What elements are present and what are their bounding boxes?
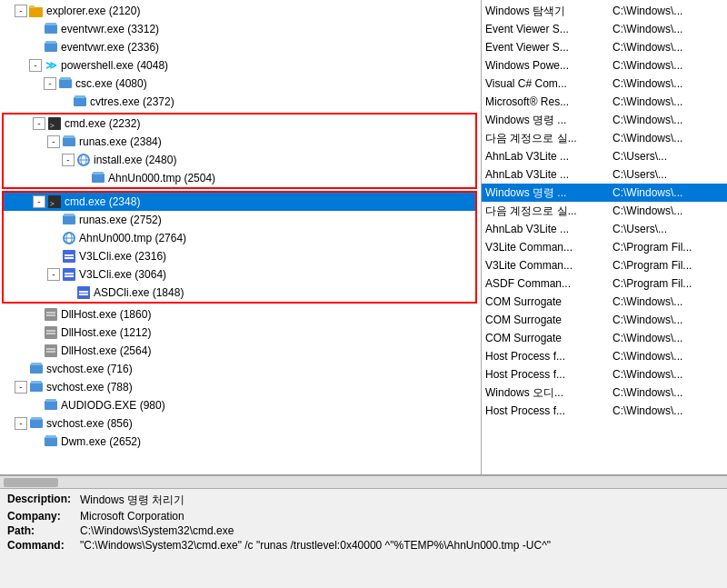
cmd-value: "C:\Windows\System32\cmd.exe" /c "runas … [80,539,551,552]
tree-item-text: csc.exe (4080) [75,75,147,92]
right-row-path: C:\Windows\... [612,94,682,110]
tree-item[interactable]: Dwm.exe (2652) [0,433,481,451]
tree-item[interactable]: ASDCli.exe (1848) [4,284,475,302]
svg-rect-0 [29,7,43,17]
svg-rect-26 [65,273,74,274]
tree-item[interactable]: cvtres.exe (2372) [0,93,481,111]
tree-item-text: ASDCli.exe (1848) [94,284,184,301]
right-row[interactable]: Windows Powe...C:\Windows\... [482,56,727,75]
tree-expander[interactable]: - [15,5,27,17]
tree-item[interactable]: -cmd.exe (2232) [4,115,475,133]
graybox-icon [44,325,58,340]
right-row-desc: COM Surrogate [485,330,612,346]
tree-item[interactable]: eventvwr.exe (3312) [0,20,481,38]
right-row[interactable]: V3Lite Comman...C:\Program Fil... [482,256,727,274]
right-row[interactable]: AhnLab V3Lite ...C:\Users\... [482,220,727,238]
tree-item[interactable]: -runas.exe (2384) [4,133,475,151]
right-row-desc: AhnLab V3Lite ... [485,221,612,237]
right-row[interactable]: Windows 명령 ...C:\Windows\... [482,184,727,202]
svg-rect-23 [65,254,74,256]
svg-rect-8 [74,97,86,106]
right-row[interactable]: 다음 계정으로 실...C:\Windows\... [482,202,727,220]
tree-item-text: cmd.exe (2348) [65,194,140,210]
right-row[interactable]: ASDF Comman...C:\Program Fil... [482,274,727,293]
svg-rect-7 [60,77,71,80]
right-row[interactable]: Microsoft® Res...C:\Windows\... [482,93,727,111]
svg-rect-5 [45,41,56,44]
tree-expander[interactable]: - [47,135,60,148]
right-row-path: C:\Windows\... [612,203,682,219]
right-row[interactable]: 다음 계정으로 실...C:\Windows\... [482,129,727,147]
tree-item[interactable]: -svchost.exe (856) [0,414,481,433]
tree-item[interactable]: DllHost.exe (1212) [0,324,481,342]
tree-item[interactable]: -V3LCli.exe (3064) [4,265,475,284]
process-tree-pane[interactable]: -explorer.exe (2120)eventvwr.exe (3312)e… [0,0,482,474]
tree-item[interactable]: -explorer.exe (2120) [0,2,481,20]
right-row[interactable]: Windows 탐색기C:\Windows\... [482,2,727,20]
right-row-path: C:\Windows\... [612,294,682,310]
tree-item[interactable]: svchost.exe (716) [0,360,481,378]
tree-item[interactable]: -install.exe (2480) [4,151,475,169]
tree-item[interactable]: DllHost.exe (1860) [0,305,481,324]
red-box-1: -cmd.exe (2232)-runas.exe (2384)-install… [2,113,477,189]
svg-rect-35 [46,330,55,332]
right-row[interactable]: Event Viewer S...C:\Windows\... [482,38,727,56]
tree-item[interactable]: runas.exe (2752) [4,211,475,229]
right-row[interactable]: Host Process f...C:\Windows\... [482,365,727,384]
tree-item[interactable]: AUDIODG.EXE (980) [0,396,481,414]
right-row[interactable]: AhnLab V3Lite ...C:\Users\... [482,165,727,184]
tree-item[interactable]: DllHost.exe (2564) [0,342,481,360]
right-row-path: C:\Program Fil... [612,275,692,292]
tree-expander[interactable]: - [44,77,56,90]
right-row[interactable]: COM SurrogateC:\Windows\... [482,329,727,347]
tree-item[interactable]: -cmd.exe (2348) [4,193,475,211]
right-row[interactable]: COM SurrogateC:\Windows\... [482,293,727,311]
right-row-path: C:\Windows\... [612,312,682,328]
tree-expander[interactable]: - [33,117,45,130]
tree-item-text: AUDIODG.EXE (980) [61,397,165,414]
tree-item[interactable]: V3LCli.exe (2316) [4,247,475,265]
svg-rect-32 [46,312,55,314]
tree-expander[interactable]: - [62,154,75,166]
right-row[interactable]: AhnLab V3Lite ...C:\Users\... [482,147,727,165]
scroll-thumb[interactable] [4,478,58,487]
tree-expander[interactable]: - [15,417,27,430]
right-row[interactable]: V3Lite Comman...C:\Program Fil... [482,238,727,256]
svg-rect-4 [45,43,57,52]
tree-item-text: eventvwr.exe (3312) [61,21,159,37]
right-row[interactable]: Windows 명령 ...C:\Windows\... [482,111,727,129]
tree-item[interactable]: -≫powershell.exe (4048) [0,56,481,75]
svg-rect-16 [93,172,104,174]
tree-expander[interactable]: - [15,381,27,394]
right-row[interactable]: Host Process f...C:\Windows\... [482,402,727,420]
right-row[interactable]: Host Process f...C:\Windows\... [482,347,727,365]
tree-expander[interactable]: - [29,59,42,72]
tree-item[interactable]: AhnUn000.tmp (2764) [4,229,475,247]
right-row-path: C:\Windows\... [612,184,682,201]
graybox-icon [44,307,58,322]
tree-item[interactable]: eventvwr.exe (2336) [0,38,481,56]
exe-icon [29,380,44,394]
tree-item[interactable]: -svchost.exe (788) [0,378,481,396]
tree-item[interactable]: -csc.exe (4080) [0,75,481,93]
exe-icon [58,76,73,91]
horizontal-scrollbar[interactable] [0,475,727,488]
tree-expander[interactable]: - [47,268,60,281]
right-row[interactable]: Visual C# Com...C:\Windows\... [482,75,727,93]
right-row-desc: COM Surrogate [485,312,612,328]
right-row-path: C:\Windows\... [612,75,682,92]
right-row[interactable]: Windows 오디...C:\Windows\... [482,384,727,402]
right-row-path: C:\Windows\... [612,3,682,19]
main-container: -explorer.exe (2120)eventvwr.exe (3312)e… [0,0,727,588]
tree-item[interactable]: AhnUn000.tmp (2504) [4,169,475,187]
process-info-pane[interactable]: Windows 탐색기C:\Windows\...Event Viewer S.… [482,0,727,474]
right-row[interactable]: COM SurrogateC:\Windows\... [482,311,727,329]
svg-rect-44 [45,401,57,410]
tree-item-text: AhnUn000.tmp (2764) [79,230,186,246]
cmd-label: Command: [7,539,80,552]
tree-expander[interactable]: - [33,195,45,208]
right-row-desc: COM Surrogate [485,294,612,310]
svg-rect-36 [46,333,55,334]
right-row[interactable]: Event Viewer S...C:\Windows\... [482,20,727,38]
right-row-path: C:\Windows\... [612,403,682,419]
